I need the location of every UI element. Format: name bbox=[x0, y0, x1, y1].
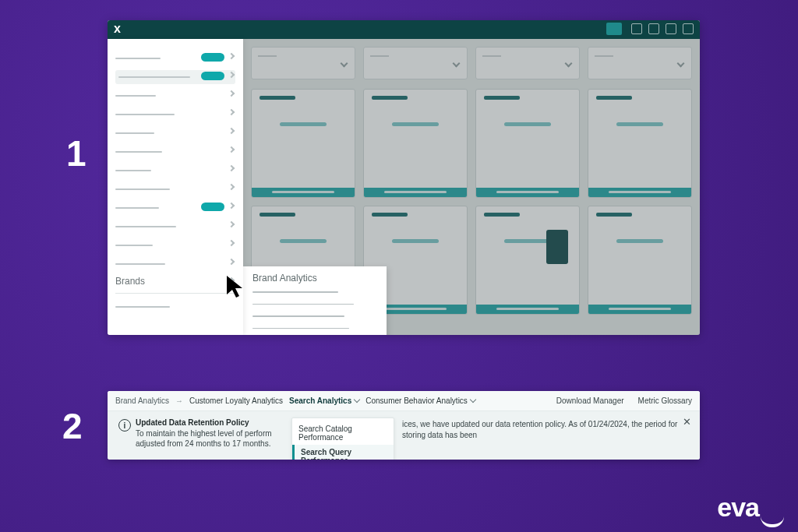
mouse-cursor-icon bbox=[224, 274, 248, 301]
sidebar-item[interactable] bbox=[115, 257, 235, 271]
sidebar-item[interactable] bbox=[115, 300, 235, 314]
close-icon[interactable]: x bbox=[114, 22, 121, 36]
flyout-title: Brand Analytics bbox=[252, 273, 377, 284]
tab-consumer-behavior[interactable]: Consumer Behavior Analytics bbox=[365, 396, 475, 405]
panel-1-seller-central: x bbox=[108, 20, 700, 335]
chevron-right-icon bbox=[228, 90, 235, 97]
sidebar-separator bbox=[115, 293, 235, 294]
tab-customer-loyalty[interactable]: Customer Loyalty Analytics bbox=[189, 396, 283, 405]
dashboard-card[interactable] bbox=[251, 89, 355, 198]
new-badge bbox=[201, 53, 224, 62]
dashboard-card[interactable] bbox=[363, 89, 468, 198]
sidebar-item[interactable] bbox=[115, 145, 235, 159]
sidebar-item[interactable] bbox=[115, 89, 235, 103]
breadcrumb-arrow-icon: → bbox=[175, 396, 183, 405]
banner-close-icon[interactable]: ✕ bbox=[683, 417, 692, 427]
sidebar-item[interactable] bbox=[115, 220, 235, 234]
sidebar-item[interactable] bbox=[115, 201, 235, 215]
chevron-right-icon bbox=[228, 203, 235, 209]
new-badge bbox=[201, 203, 224, 211]
sidebar-item[interactable] bbox=[115, 107, 235, 122]
step-1-number: 1 bbox=[66, 132, 87, 174]
sidebar-brands-label: Brands bbox=[115, 276, 145, 287]
panel1-topbar: x bbox=[108, 20, 700, 39]
new-badge bbox=[201, 72, 224, 80]
banner-text-right: ices, we have updated our data retention… bbox=[402, 417, 692, 440]
sidebar-item[interactable] bbox=[115, 164, 235, 178]
brands-flyout-menu: Brand Analytics bbox=[243, 266, 387, 335]
sidebar-item[interactable] bbox=[115, 70, 235, 84]
panel1-body: Brands Brand Analytics bbox=[108, 39, 700, 335]
info-icon: i bbox=[118, 419, 131, 432]
chevron-right-icon bbox=[228, 184, 235, 190]
filter-dropdown[interactable] bbox=[251, 47, 355, 79]
filter-dropdown[interactable] bbox=[475, 47, 580, 79]
chevron-right-icon bbox=[228, 72, 235, 78]
chevron-down-icon bbox=[565, 60, 573, 68]
flyout-item[interactable] bbox=[252, 291, 338, 293]
banner-text-left: Updated Data Retention Policy To maintai… bbox=[136, 417, 284, 449]
info-banner: i Updated Data Retention Policy To maint… bbox=[108, 411, 700, 460]
topbar-icon-group bbox=[631, 23, 694, 34]
sidebar-item[interactable] bbox=[115, 238, 235, 252]
chevron-right-icon bbox=[228, 109, 235, 115]
filter-row bbox=[251, 47, 692, 79]
sidebar-item[interactable] bbox=[115, 51, 235, 65]
topbar-icon[interactable] bbox=[666, 23, 676, 34]
logo-text: eva bbox=[717, 492, 759, 523]
sidebar-item[interactable] bbox=[115, 126, 235, 140]
chevron-down-icon bbox=[453, 60, 461, 68]
topbar-icon[interactable] bbox=[683, 23, 694, 34]
metric-glossary-link[interactable]: Metric Glossary bbox=[638, 396, 692, 405]
topbar-search-icon[interactable] bbox=[606, 23, 622, 35]
logo-wave-icon bbox=[761, 516, 784, 527]
banner-line1: To maintain the highest level of perform bbox=[136, 429, 272, 438]
sidebar-item-brands[interactable]: Brands bbox=[115, 276, 235, 287]
panel-2-brand-analytics: Brand Analytics → Customer Loyalty Analy… bbox=[108, 391, 700, 460]
chevron-right-icon bbox=[228, 259, 235, 265]
dashboard-card[interactable] bbox=[588, 206, 692, 315]
dropdown-option-query[interactable]: Search Query Performance bbox=[292, 445, 394, 460]
flyout-item[interactable] bbox=[252, 328, 349, 329]
breadcrumb-root[interactable]: Brand Analytics bbox=[115, 396, 169, 405]
dropdown-option-catalog[interactable]: Search Catalog Performance bbox=[292, 421, 394, 445]
banner-line2: adjusted from 24 months to 17 months. bbox=[136, 439, 270, 448]
analytics-nav-bar: Brand Analytics → Customer Loyalty Analy… bbox=[108, 391, 700, 411]
main-nav-sidebar: Brands bbox=[108, 39, 243, 335]
chevron-right-icon bbox=[228, 128, 235, 134]
dashboard-card[interactable] bbox=[475, 89, 580, 198]
step-2-number: 2 bbox=[62, 405, 83, 447]
chevron-right-icon bbox=[228, 165, 235, 171]
eva-logo: eva bbox=[717, 492, 784, 523]
topbar-icon[interactable] bbox=[631, 23, 642, 34]
search-analytics-dropdown: Search Catalog Performance Search Query … bbox=[291, 417, 394, 460]
chevron-down-icon bbox=[341, 60, 348, 68]
tab-label: Search Analytics bbox=[289, 396, 351, 405]
chevron-right-icon bbox=[228, 221, 235, 227]
chevron-down-icon bbox=[677, 60, 685, 68]
tab-search-analytics[interactable]: Search Analytics bbox=[289, 396, 359, 405]
banner-title: Updated Data Retention Policy bbox=[136, 417, 284, 428]
sidebar-item[interactable] bbox=[115, 182, 235, 196]
tab-label: Consumer Behavior Analytics bbox=[365, 396, 468, 405]
filter-dropdown[interactable] bbox=[588, 47, 692, 79]
chevron-down-icon bbox=[354, 396, 360, 403]
dashboard-card[interactable] bbox=[475, 206, 580, 315]
topbar-icon[interactable] bbox=[648, 23, 659, 34]
dashboard-card[interactable] bbox=[588, 89, 692, 198]
chevron-down-icon bbox=[470, 396, 476, 403]
chevron-right-icon bbox=[228, 53, 235, 59]
chevron-right-icon bbox=[228, 146, 235, 153]
chevron-right-icon bbox=[228, 240, 235, 246]
filter-dropdown[interactable] bbox=[363, 47, 468, 79]
download-manager-link[interactable]: Download Manager bbox=[556, 396, 624, 405]
flyout-item[interactable] bbox=[252, 315, 344, 317]
flyout-item[interactable] bbox=[252, 304, 354, 305]
